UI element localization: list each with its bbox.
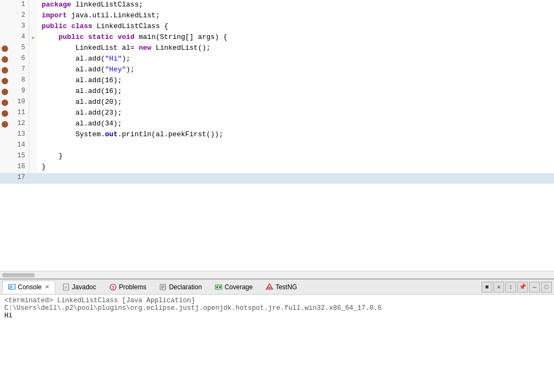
arrow-cell-3 — [29, 22, 37, 32]
code-cell-9[interactable]: al.add(16); — [37, 87, 554, 97]
tab-coverage[interactable]: Coverage — [209, 281, 259, 294]
token: public — [42, 22, 67, 30]
code-cell-1[interactable]: package linkedListClass; — [37, 0, 554, 11]
breakpoint-cell-15[interactable] — [0, 151, 10, 162]
hscroll-thumb[interactable] — [2, 273, 35, 277]
token: class — [71, 22, 93, 30]
tab-problems[interactable]: !Problems — [103, 281, 153, 294]
code-line-14: 14 — [0, 141, 554, 151]
output-text: Hi — [4, 312, 550, 320]
tab-label-console: Console — [18, 283, 42, 291]
code-line-12: 12 al.add(34); — [0, 119, 554, 130]
tab-testng[interactable]: NGTestNG — [260, 281, 303, 294]
code-cell-17[interactable] — [37, 173, 554, 184]
tab-javadoc[interactable]: @Javadoc — [56, 281, 102, 294]
code-cell-8[interactable]: al.add(16); — [37, 76, 554, 87]
token: System. — [42, 130, 105, 138]
code-container[interactable]: 1package linkedListClass;2import java.ut… — [0, 0, 554, 271]
code-cell-16[interactable]: } — [37, 162, 554, 173]
token: } — [42, 163, 46, 171]
breakpoint-cell-3[interactable] — [0, 22, 10, 32]
breakpoint-icon — [2, 78, 8, 84]
code-line-5: 5 LinkedList al= new LinkedList(); — [0, 43, 554, 54]
token: java.util.LinkedList; — [67, 11, 160, 19]
line-number-6: 6 — [10, 54, 29, 65]
breakpoint-cell-14[interactable] — [0, 141, 10, 151]
horizontal-scrollbar[interactable] — [0, 271, 554, 278]
code-cell-7[interactable]: al.add("Hey"); — [37, 65, 554, 76]
code-cell-10[interactable]: al.add(20); — [37, 97, 554, 108]
code-cell-2[interactable]: import java.util.LinkedList; — [37, 11, 554, 22]
tab-label-javadoc: Javadoc — [72, 283, 96, 291]
maximize-button[interactable]: □ — [541, 282, 552, 293]
code-cell-5[interactable]: LinkedList al= new LinkedList(); — [37, 43, 554, 54]
breakpoint-cell-7[interactable] — [0, 65, 10, 76]
tab-close-console[interactable]: ✕ — [45, 284, 49, 290]
stop-button[interactable]: ■ — [482, 282, 492, 293]
code-cell-14[interactable] — [37, 141, 554, 151]
code-cell-11[interactable]: al.add(23); — [37, 108, 554, 119]
token — [42, 33, 58, 41]
token: out — [105, 130, 117, 138]
arrow-cell-15 — [29, 151, 37, 162]
line-number-16: 16 — [10, 162, 29, 173]
breakpoint-icon — [2, 56, 8, 63]
code-line-2: 2import java.util.LinkedList; — [0, 11, 554, 22]
svg-text:!: ! — [112, 284, 114, 290]
arrow-cell-11 — [29, 108, 37, 119]
terminated-line: <terminated> LinkedListClass [Java Appli… — [4, 297, 550, 312]
breakpoint-cell-1[interactable] — [0, 0, 10, 11]
breakpoint-cell-4[interactable] — [0, 32, 10, 43]
arrow-cell-7 — [29, 65, 37, 76]
token: LinkedList al= — [42, 44, 138, 52]
breakpoint-cell-10[interactable] — [0, 97, 10, 108]
line-number-3: 3 — [10, 22, 29, 32]
code-line-11: 11 al.add(23); — [0, 108, 554, 119]
code-cell-15[interactable]: } — [37, 151, 554, 162]
token: main(String[] args) { — [135, 33, 228, 41]
breakpoint-icon — [2, 67, 8, 74]
breakpoint-cell-12[interactable] — [0, 119, 10, 130]
tab-console[interactable]: Console✕ — [2, 281, 55, 294]
tab-label-testng: TestNG — [275, 283, 297, 291]
code-cell-13[interactable]: System.out.println(al.peekFirst()); — [37, 130, 554, 141]
arrow-cell-10 — [29, 97, 37, 108]
code-cell-12[interactable]: al.add(34); — [37, 119, 554, 130]
line-number-10: 10 — [10, 97, 29, 108]
svg-rect-14 — [219, 286, 221, 288]
tab-label-coverage: Coverage — [225, 283, 253, 291]
arrow-cell-6 — [29, 54, 37, 65]
breakpoint-cell-9[interactable] — [0, 87, 10, 97]
breakpoint-cell-13[interactable] — [0, 130, 10, 141]
tab-declaration[interactable]: Declaration — [153, 281, 208, 294]
pin-button[interactable]: 📌 — [517, 282, 528, 293]
token: al.add( — [42, 65, 105, 74]
bottom-panel: Console✕@Javadoc!ProblemsDeclarationCove… — [0, 278, 554, 392]
arrow-cell-9 — [29, 87, 37, 97]
breakpoint-cell-2[interactable] — [0, 11, 10, 22]
token: void — [117, 33, 134, 41]
token — [84, 33, 88, 41]
code-cell-6[interactable]: al.add("Hi"); — [37, 54, 554, 65]
breakpoint-cell-11[interactable] — [0, 108, 10, 119]
breakpoint-cell-6[interactable] — [0, 54, 10, 65]
line-number-9: 9 — [10, 87, 29, 97]
remove-button[interactable]: ✕ — [493, 282, 504, 293]
code-cell-3[interactable]: public class LinkedListClass { — [37, 22, 554, 32]
minimize-button[interactable]: — — [529, 282, 540, 293]
line-number-12: 12 — [10, 119, 29, 130]
breakpoint-cell-17[interactable] — [0, 173, 10, 184]
breakpoint-cell-16[interactable] — [0, 162, 10, 173]
breakpoint-cell-8[interactable] — [0, 76, 10, 87]
line-number-5: 5 — [10, 43, 29, 54]
breakpoint-cell-5[interactable] — [0, 43, 10, 54]
code-line-1: 1package linkedListClass; — [0, 0, 554, 11]
scroll-lock-button[interactable]: ↕ — [505, 282, 516, 293]
token: new — [138, 44, 151, 52]
tab-toolbar: ■ ✕ ↕ 📌 — □ — [482, 282, 552, 293]
line-number-15: 15 — [10, 151, 29, 162]
line-number-7: 7 — [10, 65, 29, 76]
code-table: 1package linkedListClass;2import java.ut… — [0, 0, 554, 184]
problems-icon: ! — [109, 283, 117, 291]
code-cell-4[interactable]: public static void main(String[] args) { — [37, 32, 554, 43]
